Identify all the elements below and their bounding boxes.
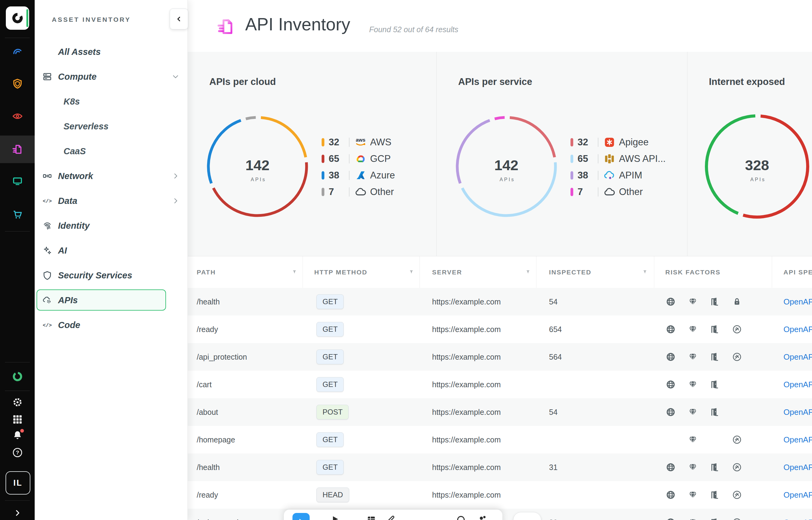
sidebar-item-label: K8s [64, 96, 80, 106]
sidebar-item-label: Security Services [58, 270, 132, 280]
sidebar-item-ai[interactable]: AI [35, 238, 188, 263]
sensitive-data-diamond-icon [688, 352, 698, 362]
view-toggle-pill[interactable] [513, 512, 541, 520]
path-cell: /ready [197, 315, 218, 343]
path-cell: /health [197, 288, 220, 315]
chevron-down-icon[interactable] [172, 73, 179, 81]
server-cell: https://example.com [432, 426, 501, 453]
legend-value: 7 [329, 186, 334, 198]
column-header-risk-factors[interactable]: RISK FACTORS [665, 256, 720, 288]
sidebar-item-data[interactable]: </>Data [35, 188, 188, 213]
legend-label: AWS API... [619, 153, 666, 164]
table-icon[interactable] [366, 515, 376, 520]
api-spec-link[interactable]: OpenAP [784, 408, 812, 417]
rail-item-monitor-icon[interactable] [0, 167, 35, 195]
rail-item-cart-icon[interactable] [0, 201, 35, 228]
filter-funnel-icon[interactable] [292, 269, 298, 275]
rail-item-dashboard-gauge-icon[interactable] [0, 38, 35, 66]
filter-funnel-icon[interactable] [526, 269, 531, 275]
api-spec-link[interactable]: OpenAP [784, 352, 812, 362]
api-spec-link[interactable]: OpenAP [784, 297, 812, 307]
rail-expand-button[interactable] [0, 506, 35, 520]
owasp-icon [732, 490, 742, 500]
sidebar-items: All AssetsComputeK8sServerlessCaaSNetwor… [35, 39, 188, 337]
record-icon[interactable] [456, 515, 466, 520]
rail-item-notifications-bell-icon[interactable] [0, 428, 35, 443]
table-row[interactable]: /api_protectionGEThttps://example.com564… [188, 343, 812, 371]
table-row[interactable]: /healthGEThttps://example.com54OpenAP [188, 288, 812, 316]
chevron-right-icon[interactable] [172, 197, 179, 205]
api-spec-link[interactable]: OpenAP [784, 490, 812, 500]
user-icon[interactable] [476, 515, 487, 520]
api-inventory-screen: ? IL ASSET INVENTORY All AssetsComputeK8… [0, 0, 812, 520]
selection-primary-button[interactable] [292, 513, 310, 520]
table-row[interactable]: /readyHEADhttps://example.comOpenAP [188, 481, 812, 509]
column-header-inspected[interactable]: INSPECTED [549, 256, 591, 288]
sidebar-item-serverless[interactable]: Serverless [35, 114, 188, 138]
svg-text:</>: </> [43, 198, 52, 204]
api-spec-link[interactable]: OpenAP [784, 435, 812, 445]
column-header-http-method[interactable]: HTTP METHOD [314, 256, 367, 288]
compute-icon [42, 72, 52, 82]
api-spec-link[interactable]: OpenAP [784, 325, 812, 334]
internet-exposed-globe-icon [666, 352, 676, 362]
rail-item-eye-icon[interactable] [0, 102, 35, 130]
legend-label: Azure [370, 170, 395, 181]
network-icon [42, 171, 52, 181]
sidebar-item-security-services[interactable]: Security Services [35, 263, 188, 288]
asset-inventory-sidebar: ASSET INVENTORY All AssetsComputeK8sServ… [35, 0, 188, 520]
cloud-icon [603, 185, 616, 198]
legend-swatch [570, 155, 573, 163]
sidebar-item-k8s[interactable]: K8s [35, 89, 188, 114]
sidebar-item-caas[interactable]: CaaS [35, 138, 188, 163]
legend-value: 65 [577, 153, 588, 164]
inspected-cell: 89 [549, 509, 558, 520]
rail-item-help-icon[interactable]: ? [0, 445, 35, 460]
selected-highlight [36, 289, 166, 311]
filter-funnel-icon[interactable] [643, 269, 648, 275]
user-initials-button[interactable]: IL [5, 471, 30, 495]
path-cell: /about [197, 398, 218, 426]
brand-logo[interactable] [6, 6, 29, 30]
table-row[interactable]: /aboutPOSThttps://example.com54OpenAP [188, 398, 812, 426]
table-row[interactable]: /cartGEThttps://example.comOpenAP [188, 371, 812, 398]
api-spec-link[interactable]: OpenAP [784, 380, 812, 389]
rail-item-settings-gear-icon[interactable] [0, 395, 35, 410]
sidebar-item-label: AI [58, 245, 67, 255]
table-row[interactable]: /readyGEThttps://example.com654OpenAP [188, 315, 812, 343]
sidebar-item-all-assets[interactable]: All Assets [35, 39, 188, 64]
sidebar-item-identity[interactable]: Identity [35, 213, 188, 238]
api-spec-link[interactable]: OpenAP [784, 518, 812, 520]
rail-item-api-icon[interactable] [0, 135, 35, 163]
edit-icon[interactable] [385, 515, 396, 520]
sidebar-item-compute[interactable]: Compute [35, 64, 188, 89]
open-door-icon [710, 324, 720, 335]
sidebar-item-apis[interactable]: APIs [35, 288, 188, 312]
rail-item-ring-icon[interactable] [0, 363, 35, 390]
column-header-server[interactable]: SERVER [432, 256, 462, 288]
http-method-badge: GET [316, 377, 344, 392]
svg-text:142: 142 [246, 157, 269, 173]
svg-text:APIs: APIs [750, 177, 766, 182]
cursor-icon[interactable] [330, 515, 340, 520]
legend-label: APIM [619, 170, 642, 181]
path-cell: /ready [197, 481, 218, 509]
api-spec-link[interactable]: OpenAP [784, 463, 812, 472]
column-header-api-spe[interactable]: API SPE [784, 256, 812, 288]
table-row[interactable]: /healthGEThttps://example.com31OpenAP [188, 453, 812, 482]
owasp-icon [732, 462, 742, 472]
column-header-path[interactable]: PATH [197, 256, 216, 288]
chevron-right-icon[interactable] [172, 172, 179, 180]
internet-exposed-globe-icon [666, 462, 676, 472]
sidebar-item-network[interactable]: Network [35, 163, 188, 188]
filter-funnel-icon[interactable] [409, 269, 415, 275]
sensitive-data-diamond-icon [688, 518, 698, 520]
path-cell: /api_protection [197, 343, 247, 371]
legend-row-other: 7Other [322, 184, 423, 200]
server-cell: https://example.com [432, 288, 501, 315]
sidebar-item-code[interactable]: </>Code [35, 312, 188, 337]
rail-item-shield-icon[interactable] [0, 70, 35, 98]
sidebar-collapse-button[interactable] [170, 8, 188, 29]
rail-item-apps-grid-icon[interactable] [0, 412, 35, 427]
table-row[interactable]: /homepageGEThttps://example.comOpenAP [188, 426, 812, 454]
